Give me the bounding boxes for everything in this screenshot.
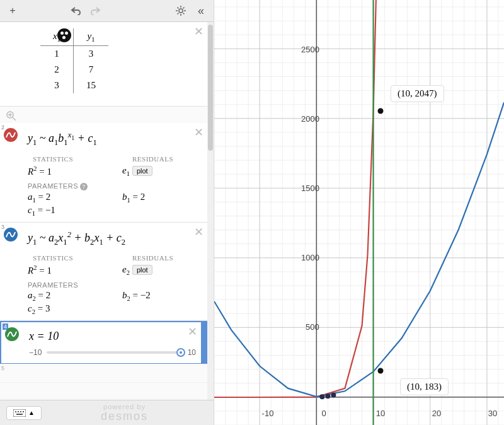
collapse-panel-button[interactable]: « [193,3,209,18]
graph-svg [214,0,504,425]
table-header-y[interactable]: y1 [73,28,108,46]
close-icon[interactable]: ✕ [194,25,203,38]
expression-slider[interactable]: 4 ✕ x = 10 −10 10 [0,321,207,364]
x-tick: 0 [321,409,326,418]
data-table[interactable]: x1 y1 13 27 315 [40,28,108,93]
svg-rect-8 [20,411,21,412]
slider-formula[interactable]: x = 10 [29,330,196,343]
slider-track[interactable] [47,351,182,354]
expression-index: 2 [1,124,4,131]
scrollbar[interactable] [207,22,214,400]
param-b2: b2 = −2 [122,290,179,302]
svg-point-80 [319,394,324,399]
svg-line-2 [13,117,16,120]
chevron-up-icon: ▲ [28,409,35,416]
x-tick: -10 [262,409,274,418]
expression-regression-quad[interactable]: 3 ✕ y1 ~ a2x12 + b2x1 + c2 STATISTICS RE… [0,223,207,322]
point-marker[interactable] [378,368,384,374]
svg-rect-6 [15,411,16,412]
table-row[interactable]: 13 [40,46,108,62]
close-icon[interactable]: ✕ [194,225,203,239]
point-marker[interactable] [378,108,384,114]
parameters-label: PARAMETERS? [28,182,202,190]
expression-table[interactable]: ✕ x1 y1 13 27 315 [0,22,207,107]
residual-e: e2plot [122,264,179,276]
point-label: (10, 183) [400,378,449,395]
residuals-label: RESIDUALS [132,155,189,163]
x-tick: 10 [376,409,385,418]
expression-panel: + « ✕ x1 y1 [0,0,214,425]
redo-button[interactable] [88,3,103,18]
y-tick: 1500 [301,183,319,193]
table-row[interactable]: 27 [40,62,108,78]
residuals-label: RESIDUALS [132,254,189,262]
slider-min[interactable]: −10 [29,348,42,357]
close-icon[interactable]: ✕ [188,325,197,339]
keyboard-button[interactable]: ▲ [6,406,42,420]
r-squared-value: R2 = 1 [28,264,84,276]
graph-canvas[interactable]: (10, 2047) (10, 183) 500 1000 1500 2000 … [214,0,504,425]
toolbar: + « [0,0,214,22]
slider-thumb[interactable] [176,348,185,357]
keyboard-icon [13,409,26,417]
table-row[interactable]: 315 [40,78,108,93]
undo-button[interactable] [68,3,83,18]
svg-rect-9 [23,411,24,412]
y-tick: 2000 [301,114,319,124]
regression-formula[interactable]: y1 ~ a1b1x1 + c1 [28,131,202,148]
plot-residuals-button[interactable]: plot [132,265,152,275]
x-tick: 20 [432,409,441,418]
scroll-thumb[interactable] [208,25,213,151]
statistics-label: STATISTICS [33,155,89,163]
parameters-label: PARAMETERS [28,281,202,289]
add-expression-button[interactable]: + [5,3,20,18]
zoom-fit-icon[interactable] [4,108,19,124]
curve-color-icon-blue[interactable] [4,228,18,242]
curve-color-icon-green[interactable] [5,327,19,341]
y-tick: 1000 [301,253,319,262]
help-icon[interactable]: ? [80,183,88,190]
regression-formula[interactable]: y1 ~ a2x12 + b2x1 + c2 [28,230,202,247]
close-icon[interactable]: ✕ [194,125,203,139]
param-a1: a1 = 2 [28,192,84,204]
param-a2: a2 = 2 [28,290,84,302]
svg-point-0 [179,9,183,13]
curve-color-icon-red[interactable] [4,128,18,142]
expression-list: ✕ x1 y1 13 27 315 [0,22,207,400]
svg-rect-5 [13,409,26,417]
y-tick: 500 [306,322,319,332]
param-c1: c1 = −1 [28,205,84,217]
residual-e: e1plot [122,165,179,177]
statistics-label: STATISTICS [33,254,89,262]
plot-residuals-button[interactable]: plot [132,166,152,176]
r-squared-value: R2 = 1 [28,165,84,177]
slider-max[interactable]: 10 [188,348,196,357]
y-tick: 2500 [301,45,319,54]
expression-regression-exp[interactable]: 2 ✕ y1 ~ a1b1x1 + c1 STATISTICS RESIDUAL… [0,123,207,223]
panel-footer: ▲ powered by desmos [0,400,214,425]
point-label: (10, 2047) [391,85,444,102]
svg-rect-10 [16,414,23,415]
empty-expression[interactable]: 5 [0,364,207,383]
param-c2: c2 = 3 [28,303,84,315]
powered-by-desmos: powered by desmos [42,404,207,422]
param-b1: b1 = 2 [122,192,179,204]
settings-button[interactable] [173,3,188,18]
svg-rect-7 [18,411,19,412]
x-tick: 30 [488,409,497,418]
expression-index: 3 [1,224,4,230]
svg-point-81 [325,393,330,399]
table-point-style-icon[interactable] [57,28,71,42]
svg-point-82 [331,392,336,397]
